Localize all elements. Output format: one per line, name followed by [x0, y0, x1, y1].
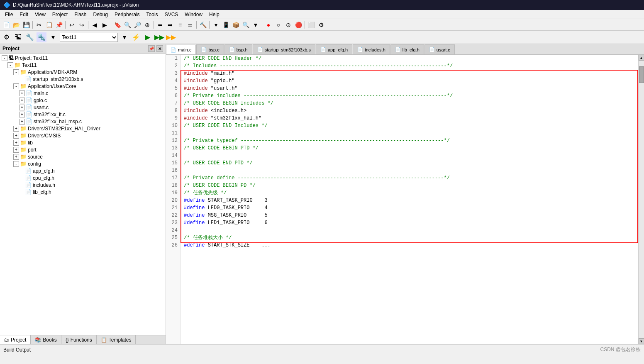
open-btn[interactable]: 📂 — [12, 20, 21, 29]
scroll-up-btn[interactable]: ▲ — [639, 55, 644, 61]
code-editor[interactable]: 1 2 3 4 5 6 7 8 9 10 11 12 13 14 — [166, 55, 638, 344]
tab-lib-cfg-h[interactable]: 📄 lib_cfg.h — [390, 44, 424, 54]
tab-includes-h[interactable]: 📄 includes.h — [353, 44, 390, 54]
tree-item-startup[interactable]: 📄 startup_stm32f103xb.s — [0, 76, 166, 83]
build-sel-btn[interactable]: 🔩 — [37, 32, 46, 42]
menu-flash[interactable]: Flash — [71, 11, 90, 18]
tree-item-app-cfg[interactable]: 📄 app_cfg.h — [0, 167, 166, 174]
align2-btn[interactable]: ≣ — [185, 20, 195, 29]
tab-app-cfg-h[interactable]: 📄 app_cfg.h — [316, 44, 352, 54]
expand-config[interactable]: - — [13, 161, 19, 167]
expand-gpio[interactable]: + — [19, 98, 25, 103]
expand-lib[interactable]: + — [13, 140, 19, 146]
search-btn[interactable]: 🔍 — [241, 20, 250, 29]
tree-item-app-user-core[interactable]: - 📁 Application/User/Core — [0, 83, 166, 90]
tree-item-project-root[interactable]: - 🏗 Project: Text11 — [0, 54, 166, 61]
undo-btn[interactable]: ↩ — [67, 20, 76, 29]
build-all-btn[interactable]: 🔧 — [25, 32, 35, 42]
pack-btn[interactable]: 📦 — [231, 20, 240, 29]
tree-item-app-mdk[interactable]: - 📁 Application/MDK-ARM — [0, 68, 166, 76]
expand-drivers[interactable]: + — [13, 126, 19, 132]
tree-item-stm32-hal[interactable]: + 📄 stm32f1xx_hal_msp.c — [0, 118, 166, 125]
menu-window[interactable]: Window — [181, 11, 206, 18]
device-mgr-btn[interactable]: 📱 — [221, 20, 230, 29]
expand-usart[interactable]: + — [19, 105, 25, 110]
tree-item-lib[interactable]: + 📁 lib — [0, 139, 166, 146]
expand-text11[interactable]: - — [7, 62, 13, 68]
tab-main-c[interactable]: 📄 main.c — [166, 45, 196, 55]
window-btn[interactable]: ⬜ — [307, 20, 316, 29]
expand-stm32-hal[interactable]: + — [19, 119, 25, 125]
run-btn[interactable]: ▶ — [143, 32, 153, 42]
copy-btn[interactable]: 📋 — [44, 20, 54, 29]
pin-btn[interactable]: 📌 — [148, 45, 155, 52]
tab-usart-c[interactable]: 📄 usart.c — [424, 44, 455, 54]
tree-item-lib-cfg[interactable]: 📄 lib_cfg.h — [0, 188, 166, 195]
target-props-btn[interactable]: ⚙ — [2, 32, 12, 42]
close-panel-btn[interactable]: ✕ — [156, 45, 163, 52]
expand-main[interactable]: + — [19, 90, 25, 96]
outdent-btn[interactable]: ➡ — [166, 20, 175, 29]
tool1[interactable]: ⚡ — [131, 32, 141, 42]
vertical-scrollbar[interactable]: ▲ ▼ — [638, 55, 644, 344]
tree-item-text11[interactable]: - 📁 Text11 — [0, 61, 166, 68]
target-sel-arrow[interactable]: ▾ — [120, 32, 129, 42]
tree-item-stm32-it[interactable]: + 📄 stm32f1xx_it.c — [0, 111, 166, 118]
align1-btn[interactable]: ≡ — [176, 20, 185, 29]
nav-back-btn[interactable]: ◀ — [90, 20, 99, 29]
menu-edit[interactable]: Edit — [16, 11, 32, 18]
cut-btn[interactable]: ✂ — [34, 20, 44, 29]
tab-bsp-h[interactable]: 📄 bsp.h — [224, 44, 252, 54]
menu-debug[interactable]: Debug — [90, 11, 111, 18]
save-btn[interactable]: 💾 — [22, 20, 31, 29]
settings-btn[interactable]: ⚙ — [317, 20, 326, 29]
new-file-btn[interactable]: 📄 — [2, 20, 11, 29]
menu-svcs[interactable]: SVCS — [161, 11, 182, 18]
build-target-btn[interactable]: 🏗 — [13, 32, 23, 42]
expand-port[interactable]: + — [13, 147, 19, 153]
file-tree[interactable]: - 🏗 Project: Text11 - 📁 Text11 - 📁 Appli… — [0, 54, 166, 335]
redo-btn[interactable]: ↪ — [77, 20, 86, 29]
nav-fwd-btn[interactable]: ▶ — [100, 20, 109, 29]
tree-item-drivers-stm32[interactable]: + 📁 Drivers/STM32F1xx_HAL_Driver — [0, 125, 166, 132]
tree-item-source[interactable]: + 📁 source — [0, 153, 166, 160]
debug-stop-btn[interactable]: ○ — [274, 20, 283, 29]
books-bottom-tab[interactable]: 📚 Books — [31, 335, 61, 344]
bookmark-btn[interactable]: 🔖 — [113, 20, 122, 29]
target-select[interactable]: Text11 — [60, 33, 118, 42]
find2-btn[interactable]: 🔎 — [133, 20, 142, 29]
tree-item-includes-h[interactable]: 📄 includes.h — [0, 181, 166, 188]
tree-item-usart-c[interactable]: + 📄 usart.c — [0, 104, 166, 111]
expand-app-user[interactable]: - — [13, 83, 19, 89]
tree-item-cpu-cfg[interactable]: 📄 cpu_cfg.h — [0, 174, 166, 181]
code-content[interactable]: /* USER CODE END Header */ /* Includes -… — [181, 55, 638, 344]
search-down-btn[interactable]: ▼ — [251, 20, 260, 29]
dropdown-btn[interactable]: ▾ — [211, 20, 220, 29]
menu-peripherals[interactable]: Peripherals — [111, 11, 143, 18]
debug-3[interactable]: ⊙ — [284, 20, 293, 29]
debug-run-btn[interactable]: ● — [264, 20, 273, 29]
expand-app-mdk[interactable]: - — [13, 69, 19, 75]
tree-item-drivers-cmsis[interactable]: + 📁 Drivers/CMSIS — [0, 132, 166, 139]
project-bottom-tab[interactable]: 🗂 Project — [0, 335, 31, 344]
expand-source[interactable]: + — [13, 154, 19, 160]
expand-cmsis[interactable]: + — [13, 133, 19, 139]
tree-item-gpio-c[interactable]: + 📄 gpio.c — [0, 97, 166, 104]
dbg-sel-btn[interactable]: ▾ — [48, 32, 58, 42]
debug-4[interactable]: 🔴 — [294, 20, 303, 29]
scroll-down-btn[interactable]: ▼ — [639, 338, 644, 344]
indent-btn[interactable]: ⬅ — [156, 20, 165, 29]
tree-item-port[interactable]: + 📁 port — [0, 146, 166, 153]
find3-btn[interactable]: ⊕ — [143, 20, 152, 29]
templates-bottom-tab[interactable]: 📋 Templates — [97, 335, 136, 344]
tree-item-config[interactable]: - 📁 config — [0, 160, 166, 167]
expand-project[interactable]: - — [2, 55, 7, 61]
scroll-thumb[interactable] — [639, 66, 644, 83]
tab-bsp-c[interactable]: 📄 bsp.c — [196, 44, 224, 54]
tab-startup[interactable]: 📄 startup_stm32f103xb.s — [253, 44, 315, 54]
expand-stm32-it[interactable]: + — [19, 112, 25, 117]
find-btn[interactable]: 🔍 — [123, 20, 132, 29]
menu-project[interactable]: Project — [49, 11, 71, 18]
paste-btn[interactable]: 📌 — [54, 20, 63, 29]
menu-file[interactable]: File — [2, 11, 16, 18]
